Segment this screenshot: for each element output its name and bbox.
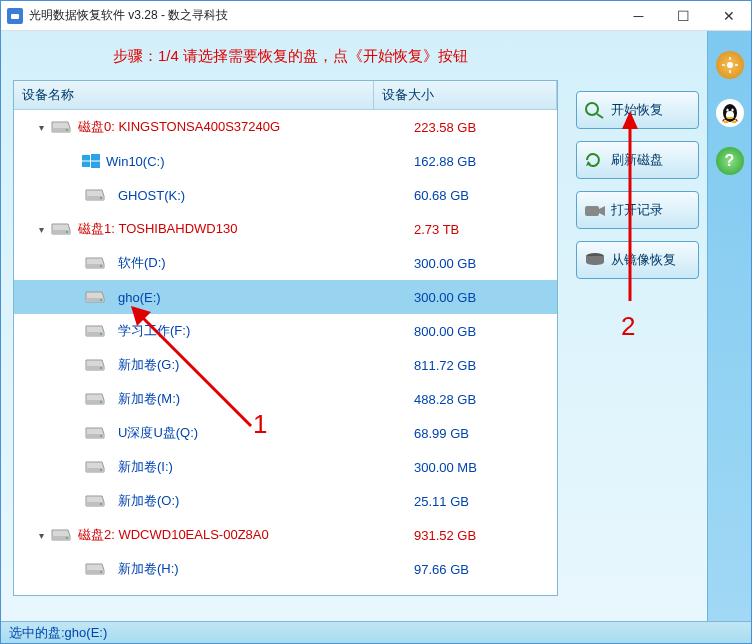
size-cell: 68.99 GB — [390, 426, 557, 441]
partition-label: 新加卷(M:) — [118, 390, 180, 408]
size-cell: 2.73 TB — [390, 222, 557, 237]
svg-point-46 — [723, 121, 728, 124]
size-cell: 811.72 GB — [390, 358, 557, 373]
chevron-down-icon[interactable]: ▾ — [34, 530, 48, 541]
drive-icon — [84, 460, 106, 474]
svg-point-8 — [100, 197, 102, 199]
drive-icon — [84, 256, 106, 270]
svg-rect-4 — [91, 154, 100, 161]
partition-label: 软件(D:) — [118, 254, 166, 272]
column-size[interactable]: 设备大小 — [374, 81, 557, 109]
drive-icon — [84, 392, 106, 406]
disk-row[interactable]: ▾磁盘1: TOSHIBAHDWD1302.73 TB — [14, 212, 557, 246]
open-log-button[interactable]: 打开记录 — [576, 191, 699, 229]
size-cell: 300.00 MB — [390, 460, 557, 475]
svg-point-18 — [100, 367, 102, 369]
svg-point-12 — [100, 265, 102, 267]
main-panel: 步骤：1/4 请选择需要恢复的盘，点《开始恢复》按钮 设备名称 设备大小 ▾磁盘… — [1, 31, 572, 621]
partition-row[interactable]: 学习工作(F:)800.00 GB — [14, 314, 557, 348]
minimize-button[interactable]: ─ — [616, 1, 661, 31]
chevron-down-icon[interactable]: ▾ — [34, 122, 48, 133]
partition-label: 新加卷(H:) — [118, 560, 179, 578]
device-label: 磁盘0: KINGSTONSA400S37240G — [78, 118, 280, 136]
drive-icon — [50, 528, 72, 542]
device-label: 磁盘1: TOSHIBAHDWD130 — [78, 220, 237, 238]
partition-row[interactable]: 新加卷(H:)97.66 GB — [14, 552, 557, 586]
disk-row[interactable]: ▾磁盘2: WDCWD10EALS-00Z8A0931.52 GB — [14, 518, 557, 552]
help-icon[interactable]: ? — [716, 147, 744, 175]
partition-row[interactable]: 新加卷(G:)811.72 GB — [14, 348, 557, 382]
size-cell: 300.00 GB — [390, 290, 557, 305]
partition-label: GHOST(K:) — [118, 188, 185, 203]
svg-point-47 — [731, 121, 736, 124]
disk-row[interactable]: ▾磁盘0: KINGSTONSA400S37240G223.58 GB — [14, 110, 557, 144]
partition-row[interactable]: 新加卷(I:)300.00 MB — [14, 450, 557, 484]
svg-point-44 — [726, 108, 728, 111]
magnifier-icon — [583, 100, 607, 120]
app-window: 光明数据恢复软件 v3.28 - 数之寻科技 ─ ☐ ✕ 步骤：1/4 请选择需… — [0, 0, 752, 644]
partition-label: gho(E:) — [118, 290, 161, 305]
partition-row[interactable]: 新加卷(O:)25.11 GB — [14, 484, 557, 518]
drive-icon — [84, 358, 106, 372]
size-cell: 223.58 GB — [390, 120, 557, 135]
svg-point-26 — [100, 503, 102, 505]
qq-icon[interactable] — [716, 99, 744, 127]
svg-rect-3 — [82, 155, 90, 161]
from-image-button[interactable]: 从镜像恢复 — [576, 241, 699, 279]
step-instruction: 步骤：1/4 请选择需要恢复的盘，点《开始恢复》按钮 — [9, 39, 572, 80]
svg-point-22 — [100, 435, 102, 437]
svg-rect-5 — [82, 162, 90, 168]
titlebar: 光明数据恢复软件 v3.28 - 数之寻科技 ─ ☐ ✕ — [1, 1, 751, 31]
refresh-button[interactable]: 刷新磁盘 — [576, 141, 699, 179]
svg-point-2 — [66, 129, 68, 131]
drive-icon — [84, 494, 106, 508]
button-label: 从镜像恢复 — [611, 251, 676, 269]
svg-point-10 — [66, 231, 68, 233]
start-recovery-button[interactable]: 开始恢复 — [576, 91, 699, 129]
button-label: 刷新磁盘 — [611, 151, 663, 169]
button-label: 开始恢复 — [611, 101, 663, 119]
partition-label: 新加卷(G:) — [118, 356, 179, 374]
svg-point-14 — [100, 299, 102, 301]
partition-label: U深度U盘(Q:) — [118, 424, 198, 442]
chevron-down-icon[interactable]: ▾ — [34, 224, 48, 235]
svg-marker-35 — [599, 206, 605, 216]
size-cell: 25.11 GB — [390, 494, 557, 509]
svg-point-24 — [100, 469, 102, 471]
svg-line-32 — [597, 114, 603, 118]
close-button[interactable]: ✕ — [706, 1, 751, 31]
partition-label: 新加卷(I:) — [118, 458, 173, 476]
settings-icon[interactable] — [716, 51, 744, 79]
svg-rect-34 — [585, 206, 599, 216]
svg-point-37 — [727, 62, 733, 68]
size-cell: 60.68 GB — [390, 188, 557, 203]
partition-row[interactable]: 新加卷(M:)488.28 GB — [14, 382, 557, 416]
window-title: 光明数据恢复软件 v3.28 - 数之寻科技 — [29, 7, 616, 24]
drive-icon — [84, 426, 106, 440]
partition-label: 新加卷(O:) — [118, 492, 179, 510]
size-cell: 97.66 GB — [390, 562, 557, 577]
svg-point-20 — [100, 401, 102, 403]
partition-row[interactable]: 软件(D:)300.00 GB — [14, 246, 557, 280]
partition-row[interactable]: GHOST(K:)60.68 GB — [14, 178, 557, 212]
size-cell: 800.00 GB — [390, 324, 557, 339]
size-cell: 162.88 GB — [390, 154, 557, 169]
partition-label: Win10(C:) — [106, 154, 165, 169]
button-label: 打开记录 — [611, 201, 663, 219]
svg-point-31 — [586, 103, 598, 115]
device-label: 磁盘2: WDCWD10EALS-00Z8A0 — [78, 526, 269, 544]
partition-row[interactable]: Win10(C:)162.88 GB — [14, 144, 557, 178]
maximize-button[interactable]: ☐ — [661, 1, 706, 31]
size-cell: 931.52 GB — [390, 528, 557, 543]
svg-point-28 — [66, 537, 68, 539]
partition-row[interactable]: U深度U盘(Q:)68.99 GB — [14, 416, 557, 450]
app-icon — [7, 8, 23, 24]
window-controls: ─ ☐ ✕ — [616, 1, 751, 31]
refresh-icon — [583, 150, 607, 170]
action-sidebar: 开始恢复 刷新磁盘 打开记录 从镜像恢复 — [572, 31, 707, 621]
drive-icon — [50, 222, 72, 236]
partition-row[interactable]: gho(E:)300.00 GB — [14, 280, 557, 314]
svg-point-30 — [100, 571, 102, 573]
svg-rect-0 — [11, 14, 19, 19]
column-name[interactable]: 设备名称 — [14, 81, 374, 109]
